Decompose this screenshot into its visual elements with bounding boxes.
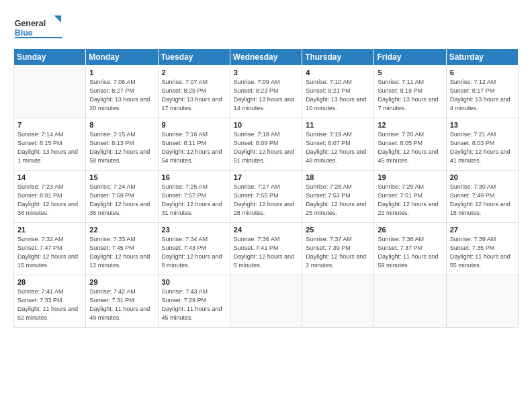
calendar-cell: 20Sunrise: 7:30 AMSunset: 7:49 PMDayligh… (446, 171, 518, 223)
day-number: 29 (89, 278, 154, 286)
calendar-cell: 9Sunrise: 7:16 AMSunset: 8:11 PMDaylight… (158, 118, 230, 171)
logo-svg: General Blue (13, 12, 67, 42)
day-info: Sunrise: 7:18 AMSunset: 8:09 PMDaylight:… (234, 130, 298, 165)
svg-marker-1 (54, 15, 61, 23)
day-number: 16 (162, 173, 226, 181)
day-number: 26 (378, 226, 442, 234)
calendar-cell: 21Sunrise: 7:32 AMSunset: 7:47 PMDayligh… (14, 223, 86, 275)
day-info: Sunrise: 7:09 AMSunset: 8:23 PMDaylight:… (234, 78, 298, 113)
day-number: 6 (450, 68, 515, 77)
calendar-cell: 19Sunrise: 7:29 AMSunset: 7:51 PMDayligh… (374, 171, 446, 223)
day-number: 12 (378, 121, 442, 129)
day-info: Sunrise: 7:07 AMSunset: 8:25 PMDaylight:… (162, 78, 226, 113)
day-info: Sunrise: 7:11 AMSunset: 8:19 PMDaylight:… (378, 78, 442, 113)
calendar-cell: 15Sunrise: 7:24 AMSunset: 7:59 PMDayligh… (86, 171, 158, 223)
calendar-cell: 8Sunrise: 7:15 AMSunset: 8:13 PMDaylight… (86, 118, 158, 171)
day-info: Sunrise: 7:10 AMSunset: 8:21 PMDaylight:… (306, 78, 370, 113)
day-info: Sunrise: 7:15 AMSunset: 8:13 PMDaylight:… (89, 130, 154, 165)
calendar-header: Sunday Monday Tuesday Wednesday Thursday… (14, 49, 519, 66)
day-number: 18 (306, 173, 370, 181)
day-info: Sunrise: 7:24 AMSunset: 7:59 PMDaylight:… (89, 183, 154, 218)
day-number: 15 (89, 173, 154, 181)
day-number: 23 (162, 226, 226, 234)
col-thursday: Thursday (302, 49, 374, 66)
day-info: Sunrise: 7:33 AMSunset: 7:45 PMDaylight:… (89, 235, 154, 270)
day-info: Sunrise: 7:34 AMSunset: 7:43 PMDaylight:… (162, 235, 226, 270)
calendar-cell: 18Sunrise: 7:28 AMSunset: 7:53 PMDayligh… (302, 171, 374, 223)
col-tuesday: Tuesday (158, 49, 230, 66)
day-info: Sunrise: 7:41 AMSunset: 7:33 PMDaylight:… (17, 287, 82, 322)
calendar-cell: 12Sunrise: 7:20 AMSunset: 8:05 PMDayligh… (374, 118, 446, 171)
calendar-body: 1Sunrise: 7:06 AMSunset: 8:27 PMDaylight… (14, 66, 519, 328)
calendar-cell: 28Sunrise: 7:41 AMSunset: 7:33 PMDayligh… (14, 275, 86, 328)
calendar-cell (14, 66, 86, 118)
col-friday: Friday (374, 49, 446, 66)
col-monday: Monday (86, 49, 158, 66)
calendar-cell: 4Sunrise: 7:10 AMSunset: 8:21 PMDaylight… (302, 66, 374, 118)
calendar-cell: 27Sunrise: 7:39 AMSunset: 7:35 PMDayligh… (446, 223, 518, 275)
day-number: 9 (162, 121, 226, 129)
calendar-cell (446, 275, 518, 328)
day-info: Sunrise: 7:30 AMSunset: 7:49 PMDaylight:… (450, 183, 515, 218)
day-number: 7 (17, 121, 82, 129)
week-row: 1Sunrise: 7:06 AMSunset: 8:27 PMDaylight… (14, 66, 519, 118)
col-saturday: Saturday (446, 49, 518, 66)
day-number: 28 (17, 278, 82, 286)
day-info: Sunrise: 7:20 AMSunset: 8:05 PMDaylight:… (378, 130, 442, 165)
calendar-cell: 30Sunrise: 7:43 AMSunset: 7:29 PMDayligh… (158, 275, 230, 328)
page: General Blue Sunday Monday Tuesday Wedne… (0, 0, 532, 411)
calendar-cell: 24Sunrise: 7:36 AMSunset: 7:41 PMDayligh… (230, 223, 302, 275)
day-info: Sunrise: 7:23 AMSunset: 8:01 PMDaylight:… (17, 183, 82, 218)
day-number: 27 (450, 226, 515, 234)
day-info: Sunrise: 7:37 AMSunset: 7:39 PMDaylight:… (306, 235, 370, 270)
calendar-cell: 23Sunrise: 7:34 AMSunset: 7:43 PMDayligh… (158, 223, 230, 275)
day-info: Sunrise: 7:25 AMSunset: 7:57 PMDaylight:… (162, 183, 226, 218)
col-wednesday: Wednesday (230, 49, 302, 66)
calendar-cell: 5Sunrise: 7:11 AMSunset: 8:19 PMDaylight… (374, 66, 446, 118)
calendar-cell: 1Sunrise: 7:06 AMSunset: 8:27 PMDaylight… (86, 66, 158, 118)
calendar-cell: 2Sunrise: 7:07 AMSunset: 8:25 PMDaylight… (158, 66, 230, 118)
calendar-cell: 26Sunrise: 7:38 AMSunset: 7:37 PMDayligh… (374, 223, 446, 275)
day-number: 22 (89, 226, 154, 234)
day-info: Sunrise: 7:06 AMSunset: 8:27 PMDaylight:… (89, 78, 154, 113)
svg-text:General: General (15, 19, 46, 28)
calendar-cell: 16Sunrise: 7:25 AMSunset: 7:57 PMDayligh… (158, 171, 230, 223)
col-sunday: Sunday (14, 49, 86, 66)
day-number: 17 (234, 173, 298, 181)
day-info: Sunrise: 7:12 AMSunset: 8:17 PMDaylight:… (450, 78, 515, 113)
calendar-cell: 25Sunrise: 7:37 AMSunset: 7:39 PMDayligh… (302, 223, 374, 275)
day-info: Sunrise: 7:29 AMSunset: 7:51 PMDaylight:… (378, 183, 442, 218)
week-row: 7Sunrise: 7:14 AMSunset: 8:15 PMDaylight… (14, 118, 519, 171)
calendar-cell: 17Sunrise: 7:27 AMSunset: 7:55 PMDayligh… (230, 171, 302, 223)
day-number: 10 (234, 121, 298, 129)
calendar-table: Sunday Monday Tuesday Wednesday Thursday… (13, 48, 519, 328)
calendar-cell (374, 275, 446, 328)
day-number: 11 (306, 121, 370, 129)
day-number: 13 (450, 121, 515, 129)
day-number: 3 (234, 68, 298, 77)
week-row: 14Sunrise: 7:23 AMSunset: 8:01 PMDayligh… (14, 171, 519, 223)
week-row: 21Sunrise: 7:32 AMSunset: 7:47 PMDayligh… (14, 223, 519, 275)
calendar-cell: 29Sunrise: 7:42 AMSunset: 7:31 PMDayligh… (86, 275, 158, 328)
day-number: 4 (306, 68, 370, 77)
day-number: 24 (234, 226, 298, 234)
day-info: Sunrise: 7:32 AMSunset: 7:47 PMDaylight:… (17, 235, 82, 270)
day-number: 8 (89, 121, 154, 129)
calendar-cell: 6Sunrise: 7:12 AMSunset: 8:17 PMDaylight… (446, 66, 518, 118)
day-number: 25 (306, 226, 370, 234)
day-number: 2 (162, 68, 226, 77)
day-info: Sunrise: 7:27 AMSunset: 7:55 PMDaylight:… (234, 183, 298, 218)
calendar-cell (302, 275, 374, 328)
day-info: Sunrise: 7:43 AMSunset: 7:29 PMDaylight:… (162, 287, 226, 322)
day-info: Sunrise: 7:28 AMSunset: 7:53 PMDaylight:… (306, 183, 370, 218)
day-number: 21 (17, 226, 82, 234)
day-number: 1 (89, 68, 154, 77)
day-number: 14 (17, 173, 82, 181)
day-info: Sunrise: 7:19 AMSunset: 8:07 PMDaylight:… (306, 130, 370, 165)
day-info: Sunrise: 7:14 AMSunset: 8:15 PMDaylight:… (17, 130, 82, 165)
day-info: Sunrise: 7:39 AMSunset: 7:35 PMDaylight:… (450, 235, 515, 270)
week-row: 28Sunrise: 7:41 AMSunset: 7:33 PMDayligh… (14, 275, 519, 328)
calendar-cell: 3Sunrise: 7:09 AMSunset: 8:23 PMDaylight… (230, 66, 302, 118)
day-info: Sunrise: 7:21 AMSunset: 8:03 PMDaylight:… (450, 130, 515, 165)
calendar-cell (230, 275, 302, 328)
